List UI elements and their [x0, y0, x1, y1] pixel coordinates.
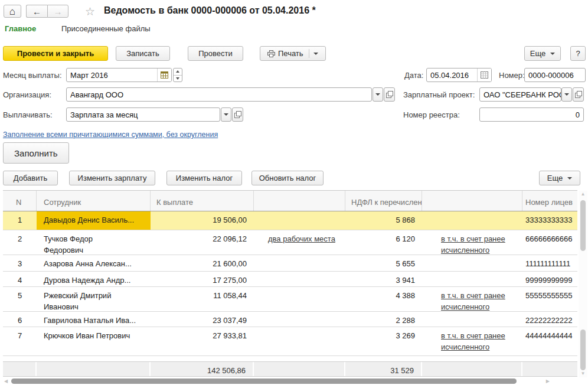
scroll-down-icon[interactable]: ▼ [580, 371, 586, 376]
post-button[interactable]: Провести [188, 46, 243, 61]
change-salary-button[interactable]: Изменить зарплату [69, 171, 155, 185]
print-button-label: Печать [278, 49, 303, 58]
save-button[interactable]: Записать [116, 46, 170, 61]
payout-cell: 27 933,81 [151, 327, 254, 355]
employee-cell: Давыдов Денис Василь... [37, 211, 151, 230]
table-row[interactable]: 3 Азарова Анна Алексан... 21 600,00 5 65… [3, 255, 577, 272]
payout-cell: 21 600,00 [151, 255, 254, 271]
totals-employee-cell [37, 362, 151, 376]
tab-attached-files[interactable]: Присоединенные файлы [61, 24, 151, 33]
tax-note-link[interactable]: в т.ч. в счет ранее исчисленного [441, 291, 505, 311]
open-form-icon [386, 91, 393, 98]
row-number: 3 [3, 255, 37, 271]
month-spinner[interactable] [173, 68, 182, 82]
totals-tax-cell: 31 529 [345, 362, 422, 376]
vertical-scrollbar[interactable]: ▲ ▼ [579, 191, 587, 377]
post-and-close-button[interactable]: Провести и закрыть [3, 46, 108, 61]
registry-number-input[interactable]: 0 [479, 107, 584, 122]
month-input[interactable]: Март 2016 [66, 68, 172, 82]
table-more-button[interactable]: Еще [539, 171, 580, 185]
vertical-scrollbar-thumb-lower[interactable] [580, 329, 586, 370]
account-cell: 111111111111 [522, 255, 577, 271]
pay-what-label: Выплачивать: [3, 110, 53, 119]
number-value: 0000-000006 [525, 68, 585, 81]
payout-cell: 22 096,12 [151, 230, 254, 255]
tab-main[interactable]: Главное [5, 24, 36, 33]
date-input[interactable]: 05.04.2016 [426, 68, 492, 82]
table-row[interactable]: 2 Тучков ФедорФедорович 22 096,12 два ра… [3, 230, 577, 255]
tax-cell: 3 941 [345, 272, 422, 286]
table-row[interactable]: 6 Гаврилова Наталья Ива... 23 037,49 2 2… [3, 312, 577, 327]
tax-note-cell [422, 312, 522, 327]
salary-project-open-button[interactable] [573, 87, 584, 102]
tax-note-link[interactable]: в т.ч. в счет ранее исчисленного [441, 234, 505, 255]
payout-cell: 17 275,00 [151, 272, 254, 286]
chevron-down-icon [375, 93, 380, 96]
employee-cell: Гаврилова Наталья Ива... [37, 312, 151, 327]
favorite-star-icon[interactable]: ☆ [85, 5, 95, 18]
organization-dropdown-button[interactable] [373, 87, 383, 102]
add-row-button[interactable]: Добавить [3, 171, 58, 185]
col-header-account[interactable]: Номер лицев [522, 191, 577, 211]
registry-number-value: 0 [480, 108, 583, 121]
col-header-tax[interactable]: НДФЛ к перечислению [345, 191, 422, 211]
row-number: 2 [3, 230, 37, 255]
fill-mode-link[interactable]: Заполнение всеми причитающимися суммами,… [3, 130, 218, 139]
help-button[interactable]: ? [570, 46, 586, 61]
spinner-down-icon[interactable] [174, 76, 182, 82]
more-button[interactable]: Еще [524, 46, 561, 61]
totals-payout-note-cell [254, 362, 345, 376]
print-button[interactable]: Печать [260, 46, 326, 61]
open-form-icon [234, 111, 241, 118]
vertical-scrollbar-thumb[interactable] [580, 200, 586, 251]
col-header-tax-note[interactable] [422, 191, 522, 211]
calendar-icon[interactable] [477, 68, 491, 81]
row-number: 7 [3, 327, 37, 355]
scroll-up-icon[interactable]: ▲ [580, 192, 586, 197]
tax-note-link[interactable]: в т.ч. в счет ранее исчисленного [441, 331, 505, 351]
chevron-down-icon [564, 93, 569, 96]
account-cell: 44444444444 [522, 327, 577, 355]
payout-note-link[interactable]: два рабочих места [268, 234, 335, 243]
organization-input[interactable]: Авангард ООО [66, 87, 372, 102]
horizontal-scrollbar[interactable]: ◀ ▶ [3, 377, 551, 385]
tax-cell: 5 868 [345, 211, 422, 230]
employee-cell: Ржевский ДмитрийИванович [37, 287, 151, 311]
month-picker-icon[interactable] [157, 68, 171, 81]
button-divider [309, 49, 309, 58]
col-header-employee[interactable]: Сотрудник [37, 191, 151, 211]
salary-project-input[interactable]: ОАО "СБЕРБАНК РОС [479, 87, 561, 102]
pay-what-input[interactable]: Зарплата за месяц [66, 107, 220, 122]
totals-account-cell [522, 362, 577, 376]
home-button[interactable]: ⌂ [4, 5, 21, 18]
col-header-n[interactable]: N [3, 191, 37, 211]
row-number: 1 [3, 211, 37, 230]
update-tax-button[interactable]: Обновить налог [251, 171, 324, 185]
organization-open-button[interactable] [384, 87, 395, 102]
fill-button[interactable]: Заполнить [3, 142, 69, 164]
table-row[interactable]: 5 Ржевский ДмитрийИванович 11 058,44 4 3… [3, 287, 577, 312]
pay-what-open-button[interactable] [232, 107, 243, 122]
back-button[interactable]: ← [26, 5, 47, 18]
scroll-left-icon[interactable]: ◀ [4, 379, 8, 384]
scroll-right-icon[interactable]: ▶ [546, 379, 550, 384]
table-row[interactable]: 4 Дурова Надежда Андр... 17 275,00 3 941… [3, 272, 577, 287]
change-tax-button[interactable]: Изменить налог [166, 171, 242, 185]
salary-project-dropdown-button[interactable] [561, 87, 572, 102]
tax-cell: 6 120 [345, 230, 422, 255]
col-header-payout-note[interactable] [254, 191, 345, 211]
page-title: Ведомость в банк 0000-000006 от 05.04.20… [104, 5, 316, 16]
horizontal-scrollbar-thumb[interactable] [11, 379, 517, 384]
col-header-payout[interactable]: К выплате [151, 191, 254, 211]
home-icon: ⌂ [9, 6, 15, 17]
number-label: Номер: [499, 71, 525, 80]
tax-note-cell [422, 211, 522, 230]
tax-cell: 4 388 [345, 287, 422, 311]
number-input[interactable]: 0000-000006 [524, 68, 586, 82]
table-row[interactable]: 7 Крючков Иван Петрович 27 933,81 3 269 … [3, 327, 577, 356]
table-row[interactable]: 1 Давыдов Денис Василь... 19 506,00 5 86… [3, 211, 577, 230]
spinner-up-icon[interactable] [174, 68, 182, 76]
forward-button[interactable]: → [47, 5, 68, 18]
payout-cell: 23 037,49 [151, 312, 254, 327]
pay-what-dropdown-button[interactable] [221, 107, 231, 122]
